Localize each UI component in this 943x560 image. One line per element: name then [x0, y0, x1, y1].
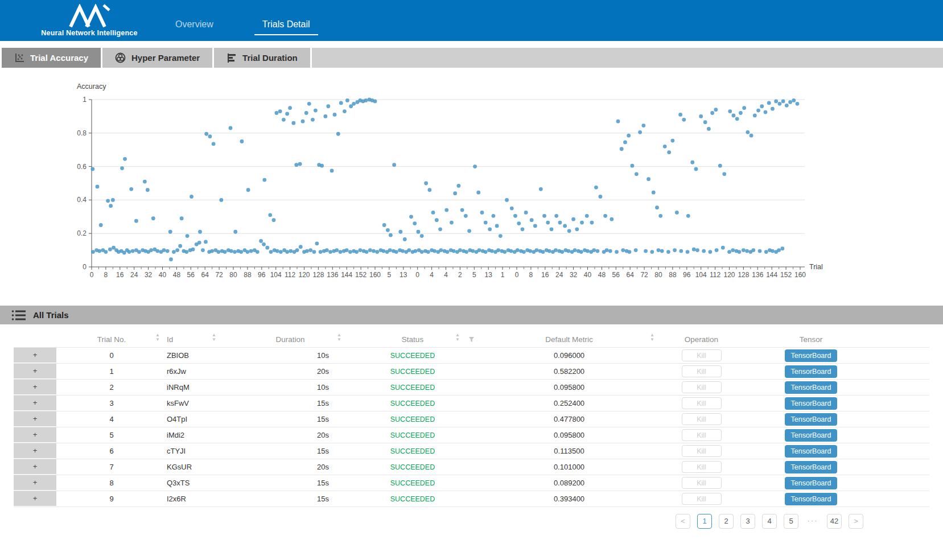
sort-icon[interactable]: ▲▼: [155, 333, 160, 342]
page-button-1[interactable]: 1: [697, 514, 712, 529]
svg-text:56: 56: [612, 271, 620, 279]
filter-icon[interactable]: [468, 336, 475, 343]
table-row: +3ksFwV15sSUCCEEDED0.252400KillTensorBoa…: [14, 396, 929, 411]
svg-text:152: 152: [780, 271, 792, 279]
tensorboard-button[interactable]: TensorBoard: [785, 477, 837, 489]
tab-trials-detail[interactable]: Trials Detail: [254, 19, 318, 35]
expand-row-button[interactable]: +: [14, 364, 56, 379]
expand-row-button[interactable]: +: [14, 427, 56, 443]
svg-text:32: 32: [570, 271, 578, 279]
expand-row-button[interactable]: +: [14, 411, 56, 427]
page-button-4[interactable]: 4: [762, 514, 777, 529]
operation-cell: Kill: [660, 397, 743, 409]
duration-cell: 15s: [233, 415, 347, 423]
kill-button[interactable]: Kill: [682, 477, 722, 489]
svg-text:152: 152: [355, 271, 367, 279]
tensor-cell: TensorBoard: [743, 429, 879, 442]
default-metric-cell: 0.582200: [478, 367, 660, 376]
status-badge: SUCCEEDED: [347, 384, 478, 392]
default-metric-cell: 0.393400: [478, 495, 660, 503]
trial-id-cell: ksFwV: [167, 399, 233, 407]
tab-overview[interactable]: Overview: [167, 19, 221, 35]
page-button-42[interactable]: 42: [827, 514, 842, 529]
kill-button[interactable]: Kill: [682, 461, 722, 473]
tensor-cell: TensorBoard: [743, 397, 879, 410]
col-id[interactable]: Id ▲▼: [167, 332, 233, 347]
tensorboard-button[interactable]: TensorBoard: [785, 445, 837, 458]
tensor-cell: TensorBoard: [743, 493, 879, 505]
svg-text:1: 1: [83, 96, 87, 104]
duration-cell: 15s: [233, 447, 347, 455]
tab-trial-accuracy[interactable]: Trial Accuracy: [2, 48, 101, 68]
tensorboard-button[interactable]: TensorBoard: [785, 429, 837, 442]
sort-icon[interactable]: ▲▼: [455, 333, 460, 342]
expand-row-button[interactable]: +: [14, 475, 56, 491]
svg-text:48: 48: [173, 271, 181, 279]
expand-row-button[interactable]: +: [14, 396, 56, 411]
duration-cell: 10s: [233, 351, 347, 360]
logo-title: Neural Network Intelligence: [41, 29, 137, 37]
tensorboard-button[interactable]: TensorBoard: [785, 397, 837, 410]
kill-button[interactable]: Kill: [682, 493, 722, 505]
tab-trial-duration[interactable]: Trial Duration: [214, 48, 310, 68]
kill-button[interactable]: Kill: [682, 381, 722, 393]
kill-button[interactable]: Kill: [682, 349, 722, 361]
svg-text:5: 5: [472, 271, 476, 279]
trial-no-cell: 2: [56, 383, 167, 392]
nni-logo[interactable]: Neural Network Intelligence: [35, 0, 143, 41]
page-ellipsis: ···: [805, 514, 820, 529]
tensor-cell: TensorBoard: [743, 349, 879, 362]
kill-button[interactable]: Kill: [682, 413, 722, 425]
expand-row-button[interactable]: +: [14, 443, 56, 459]
operation-cell: Kill: [660, 429, 743, 441]
tensorboard-button[interactable]: TensorBoard: [785, 493, 837, 505]
kill-button[interactable]: Kill: [682, 397, 722, 409]
operation-cell: Kill: [660, 493, 743, 505]
operation-cell: Kill: [660, 461, 743, 473]
page-button-5[interactable]: 5: [784, 514, 798, 529]
expand-row-button[interactable]: +: [14, 491, 56, 507]
expand-row-button[interactable]: +: [14, 348, 56, 363]
tensorboard-button[interactable]: TensorBoard: [785, 365, 837, 378]
col-label: Default Metric: [545, 335, 592, 344]
trial-id-cell: O4TpI: [167, 415, 233, 423]
tensorboard-button[interactable]: TensorBoard: [785, 413, 837, 426]
tensorboard-button[interactable]: TensorBoard: [785, 381, 837, 394]
tensorboard-button[interactable]: TensorBoard: [785, 349, 837, 362]
accuracy-scatter-chart[interactable]: 00.20.40.60.8108162432404856647280889610…: [0, 73, 943, 301]
next-page-button[interactable]: >: [849, 514, 863, 529]
col-default-metric[interactable]: Default Metric ▲▼: [478, 332, 660, 347]
svg-text:80: 80: [654, 271, 662, 279]
col-duration[interactable]: Duration ▲▼: [233, 332, 347, 347]
kill-button[interactable]: Kill: [682, 429, 722, 441]
expand-row-button[interactable]: +: [14, 380, 56, 395]
prev-page-button[interactable]: <: [676, 514, 690, 529]
svg-text:56: 56: [187, 271, 195, 279]
trial-no-cell: 4: [56, 415, 167, 423]
svg-text:8: 8: [104, 271, 108, 279]
sort-icon[interactable]: ▲▼: [337, 333, 341, 342]
subbar-filler: [312, 48, 943, 68]
trial-no-cell: 6: [56, 447, 167, 455]
default-metric-cell: 0.101000: [478, 463, 660, 471]
sort-icon[interactable]: ▲▼: [212, 333, 216, 342]
col-status[interactable]: Status ▲▼: [347, 332, 478, 347]
col-trial-no[interactable]: Trial No. ▲▼: [56, 332, 167, 347]
sort-icon[interactable]: ▲▼: [650, 333, 654, 342]
table-row: +1r6xJw20sSUCCEEDED0.582200KillTensorBoa…: [14, 364, 929, 380]
table-row: +4O4TpI15sSUCCEEDED0.477800KillTensorBoa…: [14, 411, 929, 427]
expand-row-button[interactable]: +: [14, 459, 56, 475]
tensorboard-button[interactable]: TensorBoard: [785, 461, 837, 473]
svg-text:96: 96: [683, 271, 691, 279]
tensor-cell: TensorBoard: [743, 413, 879, 426]
subtab-label: Trial Duration: [242, 53, 298, 63]
page-button-3[interactable]: 3: [740, 514, 755, 529]
kill-button[interactable]: Kill: [682, 365, 722, 377]
kill-button[interactable]: Kill: [682, 445, 722, 457]
page-button-2[interactable]: 2: [719, 514, 734, 529]
view-switch-bar: Trial Accuracy Hyper Parameter Trial Dur…: [0, 48, 943, 68]
svg-text:72: 72: [640, 271, 648, 279]
tab-hyper-parameter[interactable]: Hyper Parameter: [102, 48, 212, 68]
trial-id-cell: iMdi2: [167, 431, 233, 439]
trial-id-cell: KGsUR: [167, 463, 233, 471]
